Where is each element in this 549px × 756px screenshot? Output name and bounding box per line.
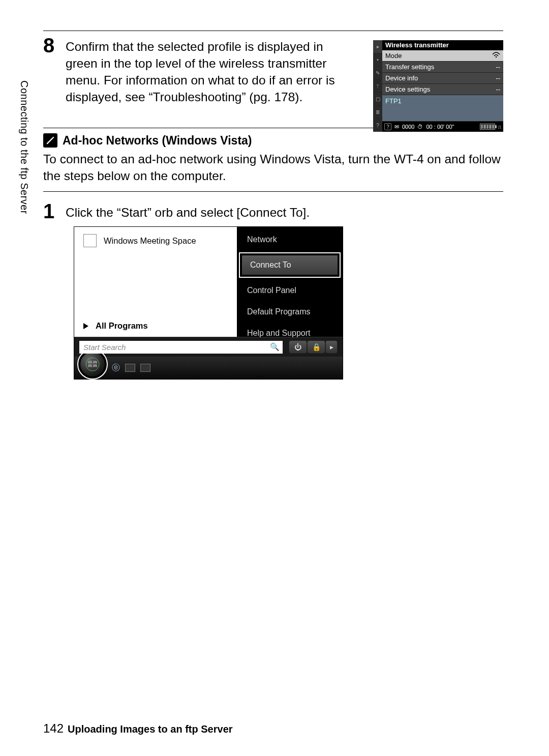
cam-ic-antenna-icon: ⍑ <box>373 79 382 93</box>
send-icon: ✉ <box>394 124 399 130</box>
start-orb-button[interactable] <box>78 350 107 379</box>
svg-point-1 <box>86 358 99 371</box>
svg-point-0 <box>496 56 497 58</box>
lock-button[interactable]: 🔒 <box>307 340 325 354</box>
side-tab-label: Connecting to the ftp Server <box>18 80 30 214</box>
step-8: 8 Confirm that the selected profile is d… <box>43 31 503 105</box>
vista-item-connect-to[interactable]: Connect To <box>240 253 340 277</box>
search-icon: 🔍 <box>270 342 280 352</box>
camera-profile-name: FTP1 <box>385 97 402 105</box>
power-button[interactable]: ⏻ <box>289 340 307 354</box>
camera-left-iconcol: ▸ • ✎ ⍑ ▢ ≣ ? <box>373 40 382 132</box>
cam-ic-help-icon: ? <box>373 119 382 132</box>
vista-start-menu-screenshot: Windows Meeting Space All Programs Netwo… <box>74 226 343 380</box>
vista-all-programs[interactable]: All Programs <box>74 315 237 337</box>
camera-row-deviceinfo: Device info -- <box>382 72 503 83</box>
vista-meeting-space-label: Windows Meeting Space <box>104 236 196 246</box>
battery-icon <box>480 124 495 130</box>
chevron-right-icon <box>83 323 88 329</box>
taskbar-app-icon[interactable] <box>140 364 150 372</box>
page-content: 8 Confirm that the selected profile is d… <box>43 31 503 380</box>
page-footer: 142 Uploading Images to an ftp Server <box>43 721 233 736</box>
note-body: To connect to an ad-hoc network using Wi… <box>43 151 503 184</box>
mid-rule <box>43 191 503 192</box>
taskbar-window-icon[interactable] <box>125 364 135 372</box>
camera-menu-screenshot: ▸ • ✎ ⍑ ▢ ≣ ? Wireless transmitter Mode … <box>373 40 503 132</box>
camera-row-deviceinfo-val: -- <box>496 74 500 82</box>
camera-status-bar: ? ✉ 0000 ⏱ 00 : 00' 00" ⎍ <box>382 121 503 132</box>
vista-item-network[interactable]: Network <box>237 232 343 247</box>
camera-status-time: 00 : 00' 00" <box>426 124 454 130</box>
cam-ic-list-icon: ≣ <box>373 105 382 119</box>
cam-ic-pencil-icon: ✎ <box>373 66 382 79</box>
step-8-number: 8 <box>43 31 66 55</box>
vista-item-meeting-space[interactable]: Windows Meeting Space <box>74 227 237 254</box>
help-badge-icon: ? <box>384 123 391 130</box>
power-menu-button[interactable]: ▸ <box>325 340 338 354</box>
note-block: Ad-hoc Networks (Windows Vista) To conne… <box>43 128 503 184</box>
camera-menu-title: Wireless transmitter <box>382 40 503 50</box>
camera-row-transfer-val: -- <box>496 63 500 71</box>
taskbar-ie-icon[interactable]: ⓔ <box>112 363 120 373</box>
cam-ic-card-icon: ▢ <box>373 92 382 105</box>
note-heading-row: Ad-hoc Networks (Windows Vista) <box>43 133 503 148</box>
vista-right-pane: Network Connect To Control Panel Default… <box>237 227 343 337</box>
vista-item-help[interactable]: Help and Support <box>237 326 343 341</box>
cam-ic-dot-icon: • <box>373 53 382 66</box>
camera-status-count: 0000 <box>402 124 414 130</box>
camera-row-mode-label: Mode <box>385 52 402 60</box>
meeting-space-icon <box>83 234 97 247</box>
vista-search-input[interactable]: Start Search 🔍 <box>79 341 283 354</box>
step-1-number: 1 <box>43 197 66 221</box>
clock-icon: ⏱ <box>417 124 423 130</box>
signal-icon: ⎍ <box>498 124 501 130</box>
footer-title: Uploading Images to an ftp Server <box>68 723 233 735</box>
camera-row-deviceinfo-label: Device info <box>385 74 418 82</box>
step-1: 1 Click the “Start” orb and select [Conn… <box>43 197 503 221</box>
vista-left-pane: Windows Meeting Space All Programs <box>74 227 237 337</box>
pencil-note-icon <box>43 133 57 148</box>
wifi-icon <box>492 52 500 60</box>
camera-row-devicesettings: Device settings -- <box>382 83 503 95</box>
vista-item-default-programs[interactable]: Default Programs <box>237 304 343 319</box>
step-1-text: Click the “Start” orb and select [Connec… <box>66 197 482 221</box>
camera-row-devicesettings-val: -- <box>496 85 500 93</box>
page-number: 142 <box>43 721 64 736</box>
vista-power-buttons: ⏻ 🔒 ▸ <box>289 340 338 354</box>
camera-row-transfer-label: Transfer settings <box>385 63 434 71</box>
camera-profile-area: FTP1 <box>382 95 503 121</box>
vista-item-control-panel[interactable]: Control Panel <box>237 283 343 298</box>
vista-search-placeholder: Start Search <box>83 343 126 352</box>
cam-ic-play-icon: ▸ <box>373 40 382 53</box>
camera-row-devicesettings-label: Device settings <box>385 85 430 93</box>
note-heading: Ad-hoc Networks (Windows Vista) <box>63 134 252 148</box>
camera-row-transfer: Transfer settings -- <box>382 61 503 72</box>
step-8-text: Confirm that the selected profile is dis… <box>66 31 350 105</box>
vista-all-programs-label: All Programs <box>96 321 148 331</box>
camera-row-mode: Mode <box>382 50 503 61</box>
vista-taskbar: ⓔ <box>74 357 343 379</box>
